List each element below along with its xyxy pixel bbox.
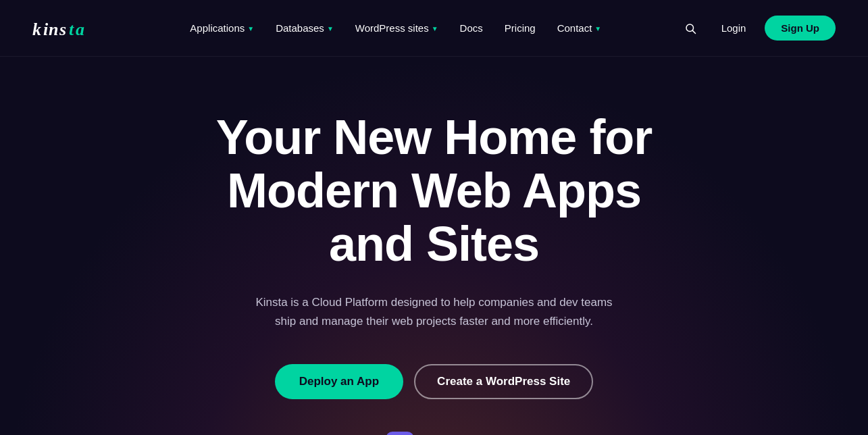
svg-text:t: t — [69, 20, 74, 39]
hero-section: Your New Home for Modern Web Apps and Si… — [0, 57, 868, 435]
svg-text:i: i — [43, 20, 49, 39]
hero-subtitle: Kinsta is a Cloud Platform designed to h… — [245, 293, 623, 332]
deploy-app-button[interactable]: Deploy an App — [275, 364, 403, 399]
play-icon — [386, 432, 414, 435]
nav-contact-label: Contact — [557, 22, 592, 34]
nav-docs-label: Docs — [460, 22, 483, 34]
search-icon — [684, 22, 696, 34]
nav-pricing-label: Pricing — [505, 22, 536, 34]
nav-databases-label: Databases — [276, 22, 324, 34]
nav-right: Login Sign Up — [678, 16, 836, 41]
nav-item-wordpress[interactable]: WordPress sites ▼ — [346, 17, 448, 39]
svg-text:k: k — [32, 20, 41, 39]
login-button[interactable]: Login — [713, 17, 755, 39]
nav-item-applications[interactable]: Applications ▼ — [180, 17, 263, 39]
nav-links: Applications ▼ Databases ▼ WordPress sit… — [180, 17, 611, 39]
search-button[interactable] — [678, 16, 703, 41]
svg-text:s: s — [59, 20, 66, 39]
chevron-down-icon: ▼ — [327, 25, 334, 32]
logo[interactable]: k i n s t a — [32, 16, 113, 41]
chevron-down-icon: ▼ — [247, 25, 254, 32]
svg-text:a: a — [76, 20, 84, 39]
nav-item-databases[interactable]: Databases ▼ — [266, 17, 343, 39]
nav-applications-label: Applications — [190, 22, 245, 34]
create-wordpress-button[interactable]: Create a WordPress Site — [414, 364, 593, 399]
watch-demo-link[interactable]: Watch demo — [386, 432, 482, 435]
nav-item-contact[interactable]: Contact ▼ — [548, 17, 611, 39]
hero-title: Your New Home for Modern Web Apps and Si… — [191, 111, 678, 272]
nav-wordpress-label: WordPress sites — [355, 22, 429, 34]
nav-item-pricing[interactable]: Pricing — [495, 17, 545, 39]
kinsta-logo-svg: k i n s t a — [32, 16, 113, 41]
hero-buttons: Deploy an App Create a WordPress Site — [275, 364, 594, 399]
svg-text:n: n — [49, 20, 58, 39]
navbar: k i n s t a Applications ▼ Databases ▼ W… — [0, 0, 868, 57]
signup-button[interactable]: Sign Up — [765, 16, 836, 41]
chevron-down-icon: ▼ — [594, 25, 601, 32]
nav-item-docs[interactable]: Docs — [451, 17, 492, 39]
chevron-down-icon: ▼ — [432, 25, 438, 32]
svg-line-7 — [692, 30, 695, 33]
